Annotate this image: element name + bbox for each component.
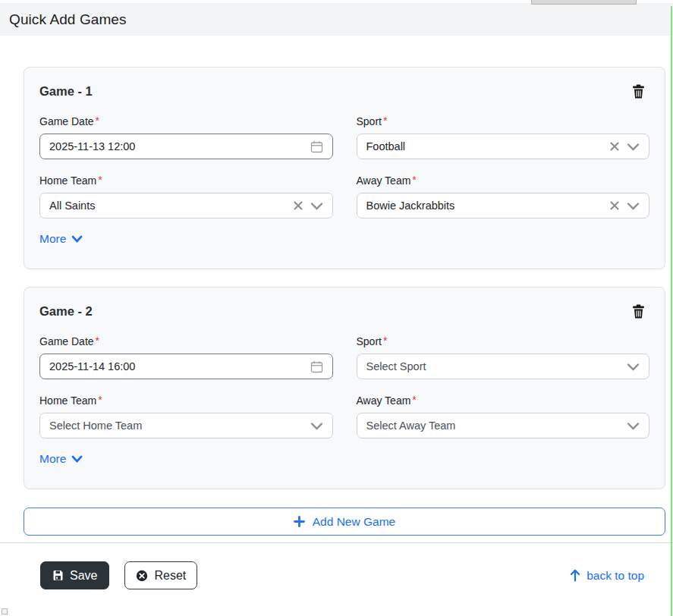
game-2-sport-select[interactable]: Select Sport	[357, 354, 650, 379]
required-asterisk: *	[98, 394, 102, 406]
away-team-placeholder: Select Away Team	[366, 420, 627, 432]
home-team-placeholder: Select Home Team	[49, 420, 310, 432]
page-header: Quick Add Games	[0, 3, 673, 36]
arrow-up-icon	[570, 569, 580, 582]
chevron-down-icon	[310, 202, 323, 210]
game-card-1: Game - 1 Game Date* 2025-11-13 12:00	[24, 67, 665, 269]
game-2-away-team-select[interactable]: Select Away Team	[357, 413, 650, 438]
top-tab-fragment	[531, 0, 637, 5]
required-asterisk: *	[383, 335, 387, 347]
game-1-away-team-field: Away Team* Bowie Jackrabbits	[357, 174, 650, 218]
game-2-game-date-input[interactable]: 2025-11-14 16:00	[39, 354, 333, 379]
home-team-label: Home Team*	[39, 394, 333, 407]
reset-label: Reset	[154, 569, 186, 583]
reset-button[interactable]: Reset	[124, 561, 197, 589]
game-card-2-title: Game - 2	[39, 304, 93, 319]
chevron-down-icon	[627, 422, 640, 430]
game-2-fields-grid: Game Date* 2025-11-14 16:00 Sport* Selec…	[39, 335, 649, 438]
game-1-game-date-input[interactable]: 2025-11-13 12:00	[39, 134, 333, 159]
away-team-value: Bowie Jackrabbits	[366, 200, 610, 212]
game-2-home-team-field: Home Team* Select Home Team	[39, 394, 333, 438]
game-date-label: Game Date*	[39, 115, 333, 127]
game-1-game-date-field: Game Date* 2025-11-13 12:00	[39, 115, 333, 159]
chevron-down-icon	[627, 202, 640, 210]
game-1-home-team-field: Home Team* All Saints	[39, 174, 333, 218]
game-1-sport-field: Sport* Football	[357, 115, 650, 159]
required-asterisk: *	[412, 394, 416, 406]
game-1-fields-grid: Game Date* 2025-11-13 12:00 Sport* Footb…	[39, 115, 649, 218]
calendar-icon	[310, 360, 323, 373]
trash-icon	[632, 84, 645, 99]
back-to-top-label: back to top	[587, 569, 644, 583]
required-asterisk: *	[96, 335, 99, 347]
bottom-left-widget-fragment	[2, 608, 8, 614]
game-2-game-date-field: Game Date* 2025-11-14 16:00	[39, 335, 333, 379]
sport-label: Sport*	[357, 335, 650, 347]
away-team-label: Away Team*	[357, 394, 650, 407]
plus-icon	[294, 516, 305, 527]
chevron-down-icon	[627, 143, 640, 151]
game-1-sport-select[interactable]: Football	[357, 134, 650, 159]
sport-placeholder: Select Sport	[366, 360, 627, 372]
required-asterisk: *	[98, 174, 102, 186]
game-2-more-toggle[interactable]: More	[39, 452, 83, 466]
trash-icon	[632, 304, 645, 319]
game-1-away-team-select[interactable]: Bowie Jackrabbits	[357, 193, 650, 218]
game-date-value: 2025-11-14 16:00	[49, 360, 310, 372]
game-2-sport-field: Sport* Select Sport	[357, 335, 650, 379]
away-team-label: Away Team*	[357, 174, 650, 187]
calendar-icon	[310, 140, 323, 153]
home-team-label: Home Team*	[39, 174, 333, 187]
chevron-down-icon	[627, 363, 640, 371]
required-asterisk: *	[96, 115, 99, 127]
page-title: Quick Add Games	[9, 11, 127, 28]
game-2-away-team-field: Away Team* Select Away Team	[357, 394, 650, 438]
game-card-1-header: Game - 1	[39, 84, 649, 99]
game-card-1-title: Game - 1	[39, 84, 93, 99]
game-2-home-team-select[interactable]: Select Home Team	[39, 413, 333, 438]
footer-divider	[0, 542, 673, 543]
clear-x-icon[interactable]	[293, 200, 303, 211]
save-button[interactable]: Save	[40, 561, 109, 589]
game-date-value: 2025-11-13 12:00	[49, 140, 310, 152]
chevron-down-icon	[310, 422, 323, 430]
required-asterisk: *	[412, 174, 416, 186]
game-card-2: Game - 2 Game Date* 2025-11-14 16:00	[24, 287, 665, 489]
game-date-label: Game Date*	[39, 335, 333, 347]
game-1-home-team-select[interactable]: All Saints	[39, 193, 333, 218]
back-to-top-link[interactable]: back to top	[570, 569, 644, 583]
circle-x-icon	[136, 570, 148, 582]
chevron-down-icon	[71, 455, 83, 463]
required-asterisk: *	[383, 115, 387, 127]
game-card-2-header: Game - 2	[39, 304, 649, 319]
delete-game-2-button[interactable]	[627, 304, 649, 319]
delete-game-1-button[interactable]	[627, 84, 649, 99]
clear-x-icon[interactable]	[609, 141, 620, 152]
footer-actions: Save Reset back to top	[40, 561, 644, 589]
clear-x-icon[interactable]	[609, 200, 620, 211]
sport-label: Sport*	[357, 115, 650, 127]
save-label: Save	[70, 569, 97, 583]
sport-value: Football	[366, 140, 610, 152]
right-edge-highlight	[671, 6, 672, 616]
add-new-game-label: Add New Game	[313, 515, 395, 529]
add-new-game-button[interactable]: Add New Game	[24, 508, 665, 536]
game-1-more-toggle[interactable]: More	[39, 232, 83, 246]
home-team-value: All Saints	[49, 200, 293, 212]
save-floppy-icon	[52, 570, 64, 581]
chevron-down-icon	[71, 235, 83, 243]
